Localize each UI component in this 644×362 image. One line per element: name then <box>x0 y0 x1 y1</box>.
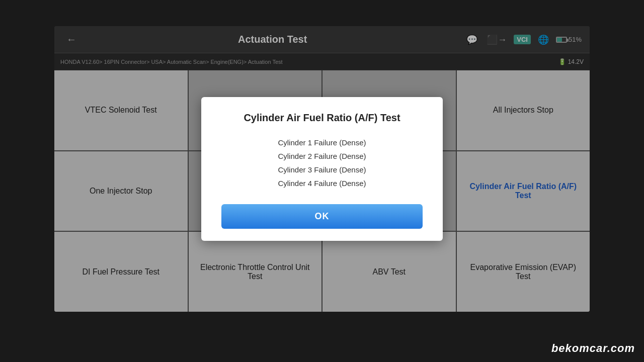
modal-items: Cylinder 1 Failure (Dense) Cylinder 2 Fa… <box>221 136 423 190</box>
modal-item-1: Cylinder 1 Failure (Dense) <box>221 136 423 149</box>
ok-button[interactable]: OK <box>221 204 423 229</box>
modal-dialog: Cylinder Air Fuel Ratio (A/F) Test Cylin… <box>201 97 443 241</box>
device-frame: ← Actuation Test 💬 ⬛→ VCI 🌐 51% HONDA V1… <box>54 26 590 312</box>
modal-item-3: Cylinder 3 Failure (Dense) <box>221 163 423 176</box>
modal-title: Cylinder Air Fuel Ratio (A/F) Test <box>221 112 423 124</box>
modal-overlay: Cylinder Air Fuel Ratio (A/F) Test Cylin… <box>54 26 590 312</box>
watermark: bekomcar.com <box>551 342 635 355</box>
modal-item-4: Cylinder 4 Failure (Dense) <box>221 176 423 190</box>
modal-item-2: Cylinder 2 Failure (Dense) <box>221 149 423 163</box>
